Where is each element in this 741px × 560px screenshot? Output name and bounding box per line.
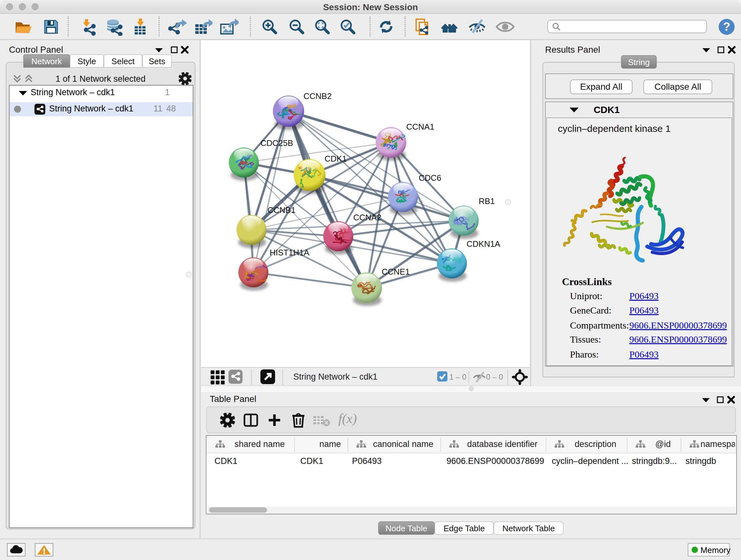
svg-text:CDC25B: CDC25B [260,138,293,148]
svg-text:CCNB1: CCNB1 [267,205,295,215]
svg-text:CDC6: CDC6 [419,173,441,183]
svg-text:?: ? [723,20,730,33]
svg-text:CDKN1A: CDKN1A [467,239,500,249]
svg-text:RB1: RB1 [479,196,495,206]
svg-text:CCNA2: CCNA2 [353,212,381,222]
svg-text:HIST1H1A: HIST1H1A [270,248,310,257]
svg-text:CCNA1: CCNA1 [406,122,434,132]
svg-text:CDK1: CDK1 [325,154,347,164]
svg-text:CCNE1: CCNE1 [382,267,410,276]
svg-text:CCNB2: CCNB2 [304,91,332,101]
